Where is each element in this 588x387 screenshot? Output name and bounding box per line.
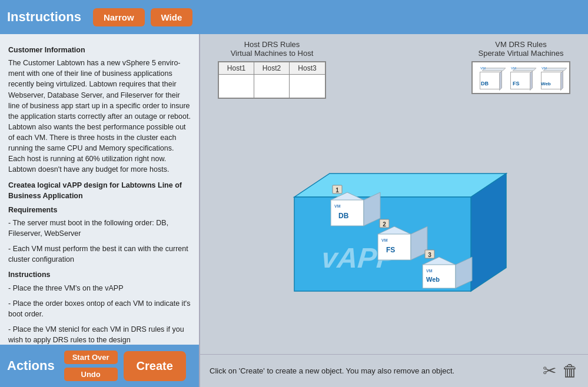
narrow-button[interactable]: Narrow bbox=[93, 8, 145, 26]
host3-header: Host3 bbox=[290, 62, 325, 75]
svg-text:VM: VM bbox=[426, 269, 433, 273]
undo-button[interactable]: Undo bbox=[64, 368, 118, 381]
host1-header: Host1 bbox=[219, 62, 254, 75]
left-panel: Customer Information The Customer Labtow… bbox=[0, 34, 200, 387]
svg-marker-0 bbox=[294, 174, 506, 197]
vm-icons-row: VM DB VM FS bbox=[471, 61, 570, 94]
start-over-button[interactable]: Start Over bbox=[64, 351, 118, 364]
host-col-1: Host1 bbox=[219, 62, 254, 98]
instructions-paragraph1: The Customer Labtown has a new vSphere 5… bbox=[8, 58, 191, 175]
status-bar: Click on 'Create' to create a new object… bbox=[200, 354, 588, 387]
instructions-content: Customer Information The Customer Labtow… bbox=[0, 34, 199, 345]
inst3: - Place the VM stenicl for each VM in DR… bbox=[8, 324, 191, 345]
scissors-icon[interactable]: ✂ bbox=[543, 361, 556, 381]
vm-drs-rules: VM DRS Rules Sperate Virtual Machines VM… bbox=[471, 40, 570, 111]
host-drs-rules: Host DRS Rules Virtual Machines to Host … bbox=[218, 40, 326, 111]
customer-heading: Customer Information bbox=[8, 45, 191, 55]
actions-bar: Actions Start Over Undo Create bbox=[0, 345, 199, 387]
trash-icon[interactable]: 🗑 bbox=[562, 361, 579, 381]
actions-group: Start Over Undo bbox=[64, 351, 118, 381]
vapp-3d-box: vAPP 1 VM DB 2 bbox=[271, 168, 518, 297]
svg-text:VM: VM bbox=[381, 238, 388, 242]
status-message: Click on 'Create' to create a new object… bbox=[210, 366, 454, 375]
right-panel: Host DRS Rules Virtual Machines to Host … bbox=[200, 34, 588, 387]
req1: - The server must boot in the following … bbox=[8, 218, 191, 239]
wide-button[interactable]: Wide bbox=[151, 8, 193, 26]
inst-heading: Instructions bbox=[8, 269, 191, 280]
svg-text:Web: Web bbox=[426, 276, 440, 283]
inst2: - Place the order boxes ontop of each VM… bbox=[8, 298, 191, 319]
design-heading: Createa logical vAPP design for Labtowns… bbox=[8, 180, 191, 201]
svg-text:1: 1 bbox=[335, 187, 339, 194]
tool-icons: ✂ 🗑 bbox=[543, 361, 579, 381]
svg-text:DB: DB bbox=[338, 212, 349, 220]
svg-text:VM: VM bbox=[334, 204, 341, 208]
svg-text:FS: FS bbox=[386, 246, 395, 254]
host-drs-title: Host DRS Rules Virtual Machines to Host bbox=[231, 40, 314, 58]
host-grid: Host1 Host2 Host3 bbox=[218, 61, 326, 99]
page-title: Instructions bbox=[7, 9, 81, 25]
inst1: - Place the three VM's on the vAPP bbox=[8, 283, 191, 293]
rules-area: Host DRS Rules Virtual Machines to Host … bbox=[200, 34, 588, 111]
vapp-svg: vAPP 1 VM DB 2 bbox=[271, 168, 518, 297]
host-col-2: Host2 bbox=[254, 62, 290, 98]
vm-icon-web[interactable]: VM Web bbox=[539, 66, 564, 89]
host2-header: Host2 bbox=[254, 62, 289, 75]
vapp-canvas[interactable]: vAPP 1 VM DB 2 bbox=[200, 111, 588, 354]
vm-icon-db[interactable]: VM DB bbox=[477, 66, 503, 89]
req2: - Each VM must perform the best it can w… bbox=[8, 243, 191, 265]
svg-text:3: 3 bbox=[428, 252, 431, 258]
vm-drs-title: VM DRS Rules Sperate Virtual Machines bbox=[478, 40, 563, 58]
req-heading: Requirements bbox=[8, 205, 191, 215]
main-area: Customer Information The Customer Labtow… bbox=[0, 34, 588, 387]
svg-text:2: 2 bbox=[383, 221, 386, 228]
host-col-3: Host3 bbox=[290, 62, 325, 98]
vm-icon-fs[interactable]: VM FS bbox=[508, 66, 534, 89]
actions-title: Actions bbox=[7, 358, 55, 373]
create-button[interactable]: Create bbox=[124, 351, 186, 381]
header-bar: Instructions Narrow Wide bbox=[0, 0, 588, 34]
